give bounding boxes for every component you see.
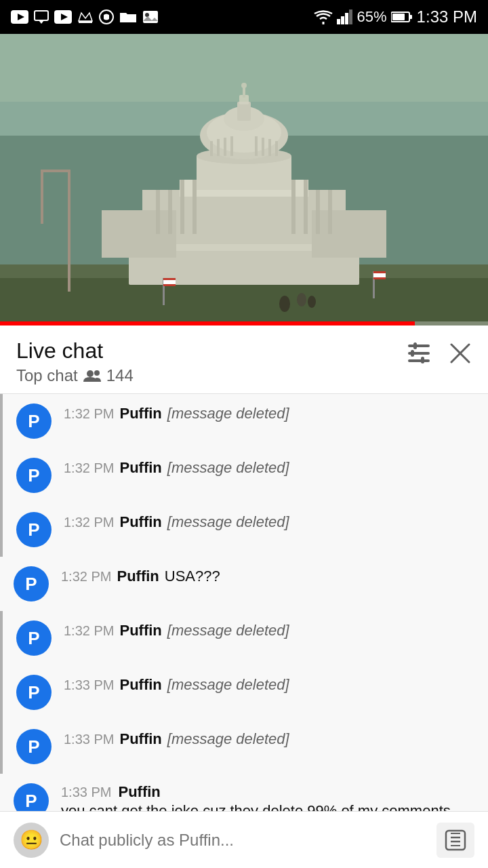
emoji-icon: 😐 [20, 829, 43, 851]
svg-rect-62 [373, 275, 386, 277]
message-body: 1:32 PMPuffin[message deleted] [64, 622, 474, 639]
message-text: [message deleted] [167, 459, 289, 477]
svg-rect-7 [79, 21, 92, 23]
status-time: 1:33 PM [417, 7, 477, 26]
viewers-icon [83, 368, 101, 383]
avatar: P [16, 458, 52, 493]
svg-rect-72 [408, 344, 430, 347]
message-time: 1:33 PM [64, 732, 114, 747]
svg-rect-65 [41, 170, 43, 224]
video-player[interactable] [0, 34, 488, 326]
svg-rect-13 [341, 16, 344, 24]
svg-rect-15 [349, 9, 352, 24]
message-text: USA??? [165, 568, 220, 585]
close-button[interactable] [449, 342, 472, 368]
svg-rect-35 [237, 102, 251, 121]
image-icon [142, 10, 159, 24]
avatar: P [16, 675, 52, 710]
message-time: 1:33 PM [64, 677, 114, 693]
message-author: Puffin [119, 513, 161, 531]
live-chat-title: Live chat [16, 338, 134, 363]
chat-scroll-area[interactable]: P1:32 PMPuffin[message deleted]P1:32 PMP… [0, 394, 488, 868]
folder-icon [119, 10, 137, 24]
message-icon [34, 10, 49, 24]
chat-input[interactable] [60, 831, 426, 850]
battery-icon [391, 11, 413, 23]
chat-subtitle: Top chat 144 [16, 366, 134, 385]
svg-point-66 [279, 296, 290, 312]
avatar: P [16, 729, 52, 764]
message-text: [message deleted] [167, 513, 289, 531]
svg-marker-6 [79, 13, 92, 21]
svg-rect-49 [180, 180, 184, 234]
svg-rect-14 [345, 13, 348, 24]
svg-rect-18 [392, 14, 405, 20]
message-author: Puffin [119, 676, 161, 694]
svg-rect-43 [255, 136, 258, 156]
video-progress-fill [0, 321, 415, 326]
svg-point-68 [308, 296, 316, 308]
mastodon-icon [99, 9, 114, 24]
message-time: 1:32 PM [64, 515, 114, 530]
status-right-icons: 65% 1:33 PM [314, 7, 477, 26]
svg-rect-57 [163, 280, 176, 282]
message-content: 1:33 PMPuffin[message deleted] [64, 675, 474, 694]
svg-rect-2 [35, 11, 48, 20]
svg-rect-58 [163, 282, 176, 284]
chat-header-buttons [405, 338, 472, 368]
message-time: 1:32 PM [64, 623, 114, 639]
youtube-icon [11, 10, 28, 24]
svg-rect-64 [41, 170, 70, 172]
svg-rect-77 [411, 350, 414, 357]
emoji-button[interactable]: 😐 [14, 823, 49, 858]
send-icon [443, 828, 468, 852]
svg-marker-3 [39, 20, 44, 24]
message-time: 1:32 PM [64, 460, 114, 476]
battery-percent: 65% [357, 8, 387, 26]
svg-rect-45 [268, 139, 271, 156]
chat-message: P1:32 PMPuffin[message deleted] [0, 448, 488, 502]
crown-icon [77, 10, 94, 24]
svg-rect-51 [291, 180, 296, 234]
svg-rect-28 [312, 210, 386, 258]
top-chat-label[interactable]: Top chat [16, 366, 78, 385]
svg-rect-53 [316, 190, 320, 234]
send-button[interactable] [436, 823, 474, 858]
youtube2-icon [54, 10, 72, 24]
chat-message: P1:33 PMPuffin[message deleted] [0, 665, 488, 719]
message-text: [message deleted] [167, 622, 289, 639]
signal-icon [337, 9, 353, 24]
svg-point-70 [87, 370, 94, 377]
chat-message: P1:32 PMPuffin[message deleted] [0, 394, 488, 448]
avatar: P [16, 512, 52, 547]
svg-rect-9 [143, 11, 158, 23]
message-content: 1:32 PMPuffin[message deleted] [64, 512, 474, 531]
video-progress-bar[interactable] [0, 321, 488, 326]
svg-rect-54 [328, 190, 332, 234]
message-content: 1:32 PMPuffinUSA??? [61, 566, 474, 585]
svg-rect-69 [0, 34, 488, 102]
svg-rect-50 [192, 180, 197, 234]
status-bar: 65% 1:33 PM [0, 0, 488, 34]
status-left-icons [11, 9, 159, 24]
avatar: P [16, 620, 52, 656]
svg-rect-44 [262, 138, 264, 156]
svg-rect-76 [421, 357, 424, 363]
viewer-count: 144 [106, 366, 134, 385]
svg-rect-52 [304, 180, 308, 234]
chat-message: P1:32 PMPuffinUSA??? [0, 557, 488, 611]
message-body: 1:33 PMPuffin[message deleted] [64, 676, 474, 694]
filter-button[interactable] [405, 342, 432, 368]
message-author: Puffin [119, 459, 161, 477]
svg-rect-48 [168, 190, 172, 234]
message-body: 1:32 PMPuffinUSA??? [61, 568, 474, 585]
svg-rect-23 [0, 278, 488, 326]
message-author: Puffin [118, 783, 160, 801]
svg-rect-27 [102, 210, 176, 258]
filter-icon [405, 342, 432, 365]
message-text: [message deleted] [167, 676, 289, 694]
wifi-icon [314, 9, 333, 24]
message-author: Puffin [117, 568, 159, 585]
message-text: [message deleted] [167, 405, 289, 422]
svg-rect-46 [275, 141, 278, 156]
